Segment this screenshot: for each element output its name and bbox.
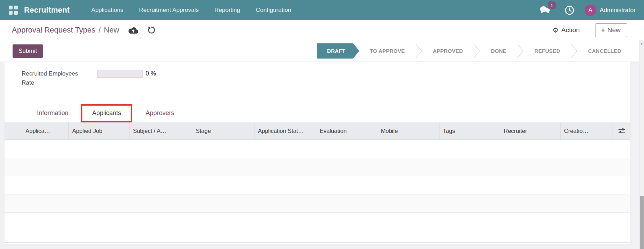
stage-draft[interactable]: DRAFT	[317, 43, 359, 59]
empty-row[interactable]	[5, 140, 630, 158]
col-creation-date[interactable]: Creatio…	[560, 122, 613, 140]
messages-count-badge: 1	[548, 1, 556, 9]
control-panel: Approval Request Types / New ⚙ Action	[0, 20, 644, 40]
breadcrumb-parent-link[interactable]: Approval Request Types	[12, 26, 95, 35]
col-applicant[interactable]: Applica…	[5, 122, 68, 140]
col-subject[interactable]: Subject / A…	[129, 122, 192, 140]
col-tags[interactable]: Tags	[439, 122, 500, 140]
avatar[interactable]: A	[585, 5, 596, 16]
recruited-rate-value: 0 %	[146, 70, 156, 77]
column-settings-icon	[617, 127, 626, 135]
activities-button[interactable]	[565, 6, 574, 15]
undo-icon	[147, 26, 156, 34]
top-navbar: Recruitment Applications Recruitment App…	[0, 0, 644, 20]
form-view-container: Recruited Employees Rate 0 % Information…	[0, 62, 644, 249]
stage-chevron-icon	[571, 43, 578, 59]
breadcrumb-separator: /	[98, 26, 101, 35]
stage-refused[interactable]: REFUSED	[524, 43, 571, 59]
stage-approved[interactable]: APPROVED	[422, 43, 474, 59]
col-applied-job[interactable]: Applied Job	[68, 122, 129, 140]
col-recruiter[interactable]: Recruiter	[500, 122, 560, 140]
nav-right: 1 A Administrator	[540, 5, 636, 16]
app-window: Recruitment Applications Recruitment App…	[0, 0, 644, 249]
empty-row[interactable]	[5, 158, 630, 176]
stage-cancelled[interactable]: CANCELLED	[578, 43, 632, 59]
new-button-label: New	[607, 26, 621, 34]
tab-approvers[interactable]: Approvers	[140, 104, 180, 122]
clock-icon	[565, 6, 574, 15]
list-header-row: Applica… Applied Job Subject / A… Stage …	[5, 122, 630, 140]
annotation-highlight-box: Applicants	[81, 104, 132, 122]
tab-information[interactable]: Information	[31, 104, 74, 122]
stage-to-approve[interactable]: TO APPROVE	[359, 43, 415, 59]
scroll-up-arrow[interactable]: ▲	[639, 40, 644, 47]
save-record-button[interactable]	[128, 26, 138, 34]
notebook-tabs: Information Applicants Approvers	[5, 104, 630, 122]
empty-row[interactable]	[5, 194, 630, 213]
action-label: Action	[561, 26, 580, 34]
recruited-rate-field: Recruited Employees Rate 0 %	[5, 62, 630, 88]
new-record-button[interactable]: + New	[595, 23, 627, 37]
col-mobile[interactable]: Mobile	[377, 122, 439, 140]
form-statusbar: Submit DRAFT TO APPROVE APPROVED DONE RE…	[0, 40, 644, 62]
plus-icon: +	[601, 26, 605, 34]
nav-left: Recruitment Applications Recruitment App…	[9, 6, 291, 15]
messages-button[interactable]: 1	[540, 6, 550, 15]
tab-applicants[interactable]: Applicants	[87, 106, 127, 121]
vertical-scrollbar[interactable]: ▲	[639, 40, 644, 249]
empty-area	[5, 213, 630, 243]
discard-changes-button[interactable]	[147, 26, 156, 34]
form-sheet: Recruited Employees Rate 0 % Information…	[5, 62, 630, 244]
stage-chevron-icon	[473, 43, 480, 59]
stage-chevron-icon	[517, 43, 524, 59]
gear-icon: ⚙	[553, 27, 558, 34]
breadcrumb-current: New	[104, 26, 119, 35]
col-stage[interactable]: Stage	[192, 122, 254, 140]
stage-done[interactable]: DONE	[480, 43, 517, 59]
apps-grid-icon[interactable]	[9, 6, 18, 15]
app-title[interactable]: Recruitment	[24, 6, 70, 15]
stage-chevron-icon	[415, 43, 422, 59]
col-evaluation[interactable]: Evaluation	[316, 122, 377, 140]
cloud-save-icon	[128, 26, 138, 34]
submit-button[interactable]: Submit	[13, 44, 43, 58]
scrollbar-thumb[interactable]	[640, 196, 644, 249]
breadcrumb: Approval Request Types / New	[12, 26, 156, 35]
main-menus: Applications Recruitment Approvals Repor…	[91, 7, 291, 14]
applicants-list: Applica… Applied Job Subject / A… Stage …	[5, 122, 630, 243]
col-application-status[interactable]: Application Stat…	[254, 122, 316, 140]
empty-row[interactable]	[5, 176, 630, 194]
action-menu-button[interactable]: ⚙ Action	[553, 26, 580, 34]
recruited-rate-label: Recruited Employees Rate	[22, 69, 92, 88]
control-panel-actions: ⚙ Action + New	[553, 23, 627, 37]
recruited-rate-progressbar	[97, 70, 143, 78]
optional-columns-button[interactable]	[613, 122, 630, 140]
menu-applications[interactable]: Applications	[91, 7, 124, 14]
user-menu[interactable]: Administrator	[600, 7, 636, 14]
menu-configuration[interactable]: Configuration	[256, 7, 291, 14]
stage-pipeline: DRAFT TO APPROVE APPROVED DONE REFUSED C…	[317, 43, 632, 59]
menu-reporting[interactable]: Reporting	[214, 7, 240, 14]
menu-recruitment-approvals[interactable]: Recruitment Approvals	[139, 7, 199, 14]
